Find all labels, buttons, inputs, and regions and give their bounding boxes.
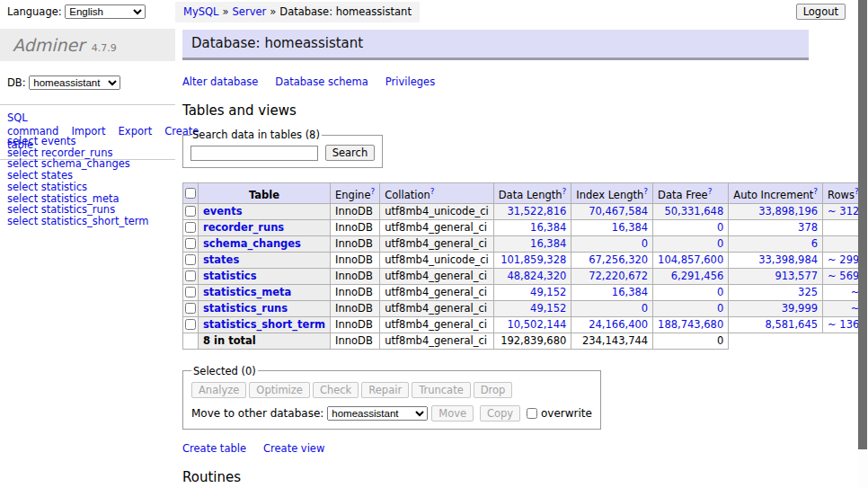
- database-link[interactable]: Alter database: [182, 75, 258, 88]
- auto-increment-link[interactable]: 325: [798, 286, 818, 298]
- index-length-link[interactable]: 67,256,320: [589, 253, 648, 266]
- table-name-link[interactable]: events: [203, 205, 243, 217]
- bulk-action-button[interactable]: Drop: [474, 382, 513, 398]
- data-free-link[interactable]: 0: [717, 286, 723, 298]
- total-index-length: 234,143,744: [571, 333, 653, 349]
- row-checkbox[interactable]: [185, 287, 196, 297]
- auto-increment-link[interactable]: 6: [811, 237, 818, 250]
- logout-button[interactable]: Logout: [796, 4, 846, 20]
- data-free-link[interactable]: 104,857,600: [658, 253, 723, 266]
- table-name-link[interactable]: states: [203, 253, 239, 266]
- index-length-link[interactable]: 16,384: [612, 221, 648, 234]
- data-length-link[interactable]: 16,384: [530, 237, 566, 250]
- sidebar-select-link[interactable]: select statistics_short_term: [7, 216, 148, 227]
- data-length-link[interactable]: 101,859,328: [500, 253, 566, 266]
- index-length-cell: 72,220,672: [571, 268, 653, 284]
- auto-increment-cell: 33,898,196: [729, 203, 823, 219]
- copy-button[interactable]: Copy: [480, 405, 520, 421]
- data-length-cell: 48,824,320: [493, 268, 571, 284]
- table-name-link[interactable]: recorder_runs: [203, 221, 284, 234]
- language-select[interactable]: English: [65, 4, 146, 19]
- help-icon[interactable]: ?: [370, 187, 375, 196]
- sidebar-select-link[interactable]: select statistics: [7, 182, 148, 193]
- data-free-link[interactable]: 188,743,680: [658, 318, 723, 331]
- engine-cell: InnoDB: [331, 219, 380, 235]
- row-checkbox[interactable]: [185, 222, 196, 233]
- index-length-link[interactable]: 0: [642, 237, 648, 250]
- data-free-link[interactable]: 50,331,648: [664, 205, 723, 217]
- bulk-action-button[interactable]: Analyze: [191, 382, 246, 398]
- table-name-link[interactable]: statistics_runs: [203, 302, 288, 315]
- data-length-link[interactable]: 16,384: [530, 221, 566, 234]
- help-icon[interactable]: ?: [813, 187, 818, 196]
- data-free-link[interactable]: 6,291,456: [671, 270, 724, 282]
- table-name-link[interactable]: schema_changes: [203, 237, 301, 250]
- bulk-action-button[interactable]: Repair: [361, 382, 409, 398]
- collation-cell: utf8mb4_unicode_ci: [380, 203, 494, 219]
- sidebar-action-link[interactable]: SQL command: [7, 111, 58, 138]
- help-icon[interactable]: ?: [708, 187, 713, 196]
- sidebar-select-link[interactable]: select states: [7, 170, 148, 182]
- auto-increment-link[interactable]: 378: [798, 221, 818, 234]
- select-all-checkbox[interactable]: [185, 188, 196, 199]
- auto-increment-link[interactable]: 913,577: [775, 270, 818, 282]
- db-select[interactable]: homeassistant: [29, 75, 120, 90]
- index-length-link[interactable]: 0: [642, 302, 648, 315]
- auto-increment-link[interactable]: 8,581,645: [766, 318, 819, 331]
- help-icon[interactable]: ?: [643, 187, 648, 196]
- index-length-link[interactable]: 70,467,584: [589, 205, 648, 217]
- data-length-link[interactable]: 48,824,320: [507, 270, 566, 282]
- data-length-link[interactable]: 49,152: [530, 286, 566, 298]
- table-row: events InnoDB utf8mb4_unicode_ci 31,522,…: [183, 203, 868, 219]
- auto-increment-cell: 378: [729, 219, 823, 235]
- bulk-action-button[interactable]: Optimize: [249, 382, 310, 398]
- help-icon[interactable]: ?: [430, 187, 435, 196]
- data-length-link[interactable]: 49,152: [530, 302, 566, 315]
- scrollbar-thumb[interactable]: [858, 0, 867, 449]
- data-free-link[interactable]: 0: [717, 237, 723, 250]
- index-length-link[interactable]: 72,220,672: [589, 270, 648, 282]
- database-link[interactable]: Privileges: [385, 75, 435, 88]
- table-name-link[interactable]: statistics: [203, 270, 257, 282]
- bulk-action-button[interactable]: Check: [313, 382, 359, 398]
- database-link[interactable]: Database schema: [275, 75, 368, 88]
- app-name: Adminer: [13, 35, 84, 55]
- row-checkbox[interactable]: [185, 271, 196, 281]
- index-length-link[interactable]: 16,384: [612, 286, 648, 298]
- search-button[interactable]: Search: [325, 145, 376, 161]
- data-free-cell: 104,857,600: [653, 252, 729, 268]
- row-checkbox[interactable]: [185, 303, 196, 314]
- move-button[interactable]: Move: [431, 405, 474, 421]
- table-name-link[interactable]: statistics_short_term: [203, 318, 325, 331]
- move-db-select[interactable]: homeassistant: [327, 406, 428, 421]
- search-legend: Search data in tables (8): [190, 129, 322, 141]
- index-length-link[interactable]: 24,166,400: [589, 318, 648, 331]
- overwrite-checkbox[interactable]: [527, 408, 537, 419]
- search-input[interactable]: [190, 146, 318, 161]
- table-name-cell: recorder_runs: [199, 219, 331, 235]
- data-free-link[interactable]: 0: [717, 221, 723, 234]
- auto-increment-link[interactable]: 39,999: [782, 302, 818, 315]
- breadcrumb-mysql-link[interactable]: MySQL: [183, 5, 219, 18]
- data-length-link[interactable]: 31,522,816: [507, 205, 566, 217]
- row-checkbox[interactable]: [185, 254, 196, 265]
- table-name-cell: schema_changes: [199, 235, 331, 252]
- row-checkbox[interactable]: [185, 238, 196, 249]
- row-checkbox[interactable]: [185, 319, 196, 330]
- data-free-link[interactable]: 0: [717, 302, 723, 315]
- auto-increment-link[interactable]: 33,898,196: [758, 205, 818, 217]
- engine-cell: InnoDB: [331, 300, 380, 316]
- collation-cell: utf8mb4_general_ci: [380, 219, 494, 235]
- breadcrumb-server-link[interactable]: Server: [233, 5, 267, 18]
- sidebar-select-link[interactable]: select events: [7, 136, 148, 147]
- data-free-cell: 0: [653, 284, 729, 300]
- help-icon[interactable]: ?: [562, 187, 567, 196]
- create-link[interactable]: Create view: [263, 442, 324, 455]
- auto-increment-link[interactable]: 33,398,984: [758, 253, 818, 266]
- data-length-link[interactable]: 10,502,144: [507, 318, 566, 331]
- bulk-action-button[interactable]: Truncate: [412, 382, 471, 398]
- table-name-link[interactable]: statistics_meta: [203, 286, 291, 298]
- row-checkbox[interactable]: [185, 206, 196, 217]
- create-link[interactable]: Create table: [182, 442, 246, 455]
- column-header: Data Free?: [653, 183, 729, 204]
